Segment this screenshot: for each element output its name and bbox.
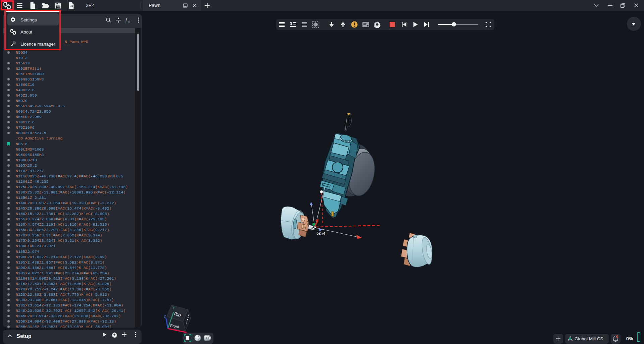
svg-text:1: 1: [616, 335, 618, 339]
svg-text:G54: G54: [316, 231, 326, 236]
